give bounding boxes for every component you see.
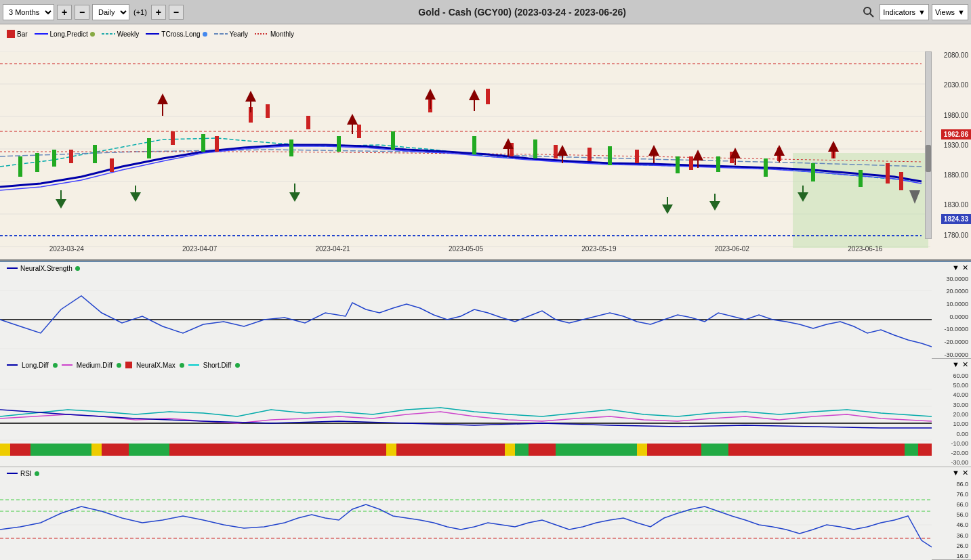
add-button[interactable]: +	[151, 5, 166, 20]
price-axis: 2080.00 2030.00 1980.00 1930.00 1880.00 …	[932, 51, 971, 239]
neuralx-y-0: 0.0000	[949, 314, 968, 320]
svg-rect-132	[346, 444, 359, 456]
price-label-1780: 1780.00	[944, 232, 968, 239]
svg-rect-164	[769, 444, 783, 456]
neuralx-dot-icon	[75, 266, 80, 271]
svg-rect-119	[169, 444, 183, 456]
longdiff-y-60: 60.00	[953, 372, 968, 379]
svg-rect-107	[10, 444, 20, 456]
svg-rect-121	[197, 444, 210, 456]
rsi-close-btn[interactable]: ✕	[962, 469, 968, 477]
longdiff-controls: ▼ ✕	[952, 360, 968, 369]
zoom-out-button[interactable]: −	[75, 5, 89, 20]
neuralx-line-icon	[7, 265, 18, 271]
svg-rect-174	[905, 444, 918, 456]
rsi-y-46: 46.0	[956, 521, 968, 528]
chart-area: Bar Long.Predict Weekly TCross.Long Year…	[0, 24, 971, 560]
price-label-1980: 1980.00	[944, 112, 968, 119]
interval-select[interactable]: Daily	[92, 4, 129, 20]
longdiff-y-40: 40.00	[953, 391, 968, 398]
legend-long-predict: Long.Predict	[35, 30, 95, 38]
svg-rect-128	[291, 444, 305, 456]
neuralx-y-20: 20.0000	[946, 288, 968, 295]
legend-weekly-label: Weekly	[117, 30, 140, 38]
rsi-y-56: 56.0	[956, 511, 968, 518]
rsi-chart-svg[interactable]	[0, 481, 932, 560]
rsi-line-icon	[7, 471, 18, 476]
rsi-label: RSI	[20, 470, 32, 477]
toolbar: 3 Months + − Daily (+1) + − Gold - Cash …	[0, 0, 971, 24]
neuralx-y-axis: 30.0000 20.0000 10.0000 0.0000 -10.0000 …	[934, 276, 971, 358]
svg-rect-157	[674, 444, 688, 456]
indicators-dropdown[interactable]: Indicators ▼	[880, 4, 929, 20]
svg-rect-108	[20, 444, 30, 456]
search-button[interactable]	[861, 4, 877, 20]
svg-rect-109	[30, 444, 47, 456]
main-chart-svg[interactable]	[0, 51, 930, 248]
weekly-icon	[102, 31, 115, 37]
svg-rect-161	[728, 444, 742, 456]
period-select[interactable]: 3 Months	[3, 4, 54, 20]
longdiff-close-btn[interactable]: ✕	[962, 360, 968, 369]
main-price-chart[interactable]: Bar Long.Predict Weekly TCross.Long Year…	[0, 24, 971, 261]
date-label-7: 2023-06-16	[848, 245, 882, 253]
legend-monthly: Monthly	[255, 30, 294, 38]
svg-line-1	[870, 14, 873, 17]
date-label-4: 2023-05-05	[449, 245, 483, 253]
price-label-1830: 1830.00	[944, 201, 968, 209]
svg-rect-129	[305, 444, 318, 456]
legend-long-predict-label: Long.Predict	[50, 30, 88, 38]
legend-bar: Bar	[7, 30, 28, 38]
svg-rect-171	[864, 444, 877, 456]
svg-rect-131	[332, 444, 346, 456]
svg-rect-106	[0, 444, 10, 456]
scrollbar-thumb[interactable]	[926, 145, 931, 172]
zoom-in-button[interactable]: +	[57, 5, 72, 20]
price-label-1880: 1880.00	[944, 171, 968, 179]
svg-rect-130	[318, 444, 332, 456]
neuralx-y-n10: -10.0000	[944, 326, 968, 332]
svg-rect-165	[783, 444, 796, 456]
svg-rect-7	[0, 51, 930, 248]
support-price-label: 1824.33	[941, 214, 971, 224]
rsi-y-66: 66.0	[956, 501, 968, 508]
neuralxmax-dot-icon	[180, 363, 184, 368]
views-dropdown[interactable]: Views ▼	[932, 4, 968, 20]
rsi-title: RSI	[7, 470, 39, 477]
svg-rect-138	[423, 444, 437, 456]
longdiff-y-10: 10.00	[953, 421, 968, 427]
rsi-y-86: 86.0	[956, 481, 968, 488]
svg-rect-123	[224, 444, 237, 456]
svg-rect-118	[156, 444, 169, 456]
neuralx-y-n20: -20.0000	[944, 339, 968, 345]
chart-scrollbar[interactable]	[925, 51, 932, 239]
price-label-1930: 1930.00	[944, 142, 968, 149]
svg-rect-116	[129, 444, 142, 456]
neuralx-chart-svg[interactable]	[0, 276, 932, 364]
svg-rect-172	[877, 444, 891, 456]
svg-rect-155	[647, 444, 661, 456]
neuralx-close-btn[interactable]: ✕	[962, 263, 968, 272]
longdiff-y-axis: 60.00 50.00 40.00 30.00 20.00 10.00 0.00…	[934, 372, 971, 467]
indicators-chevron-icon: ▼	[918, 8, 926, 16]
svg-rect-175	[918, 444, 932, 456]
longdiff-y-50: 50.00	[953, 382, 968, 389]
svg-rect-162	[742, 444, 756, 456]
svg-rect-160	[715, 444, 728, 456]
rsi-dot-icon	[35, 471, 39, 476]
rsi-panel: RSI ▼ ✕ 86.0 76.0 66.0 56.0 46.0	[0, 467, 971, 560]
svg-rect-153	[623, 444, 637, 456]
neuralx-collapse-btn[interactable]: ▼	[952, 263, 959, 272]
chart-title: Gold - Cash (GCY00) (2023-03-24 - 2023-0…	[186, 7, 858, 18]
remove-button[interactable]: −	[169, 5, 184, 20]
longdiff-chart-svg[interactable]	[0, 372, 932, 457]
longdiff-y-n10: -10.00	[951, 440, 968, 447]
svg-rect-150	[583, 444, 596, 456]
rsi-collapse-btn[interactable]: ▼	[952, 469, 959, 477]
svg-rect-120	[183, 444, 197, 456]
longdiff-collapse-btn[interactable]: ▼	[952, 360, 959, 368]
svg-rect-112	[78, 444, 91, 456]
rsi-y-36: 36.0	[956, 532, 968, 539]
longdiff-dot-icon	[53, 363, 58, 368]
legend-monthly-label: Monthly	[270, 30, 294, 38]
